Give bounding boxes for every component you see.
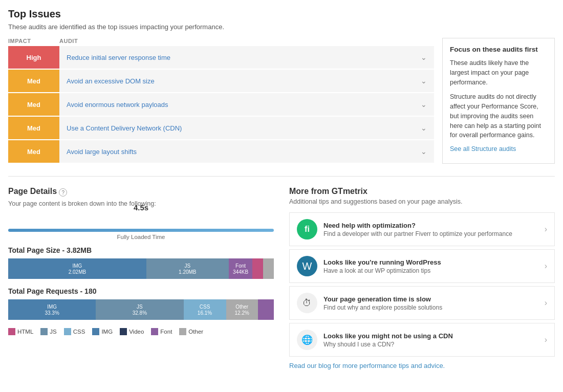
gtmetrix-card-wordpress[interactable]: W Looks like you're running WordPress Ha…	[289, 249, 555, 283]
req-bar-img: IMG 33.3%	[8, 299, 96, 320]
legend-label-css: CSS	[73, 329, 85, 335]
audits-panel: IMPACT AUDIT High Reduce initial server …	[8, 38, 434, 164]
legend-label-other: Other	[188, 329, 203, 335]
chevron-down-icon[interactable]: ⌄	[414, 118, 434, 138]
clock-icon: ⏱	[297, 293, 317, 313]
req-bar-css-value: 16.1%	[198, 310, 212, 316]
legend-item-html: HTML	[8, 328, 33, 335]
size-bar-font-value: 344KB	[233, 269, 248, 275]
blog-link[interactable]: Read our blog for more performance tips …	[289, 362, 555, 369]
req-bar-other-value: 12.2%	[235, 310, 249, 316]
card-desc: Have a look at our WP optimization tips	[323, 267, 539, 274]
audit-label[interactable]: Avoid large layout shifts	[59, 142, 414, 162]
card-desc: Why should I use a CDN?	[323, 341, 539, 348]
card-content: Looks like you're running WordPress Have…	[323, 258, 539, 274]
audit-label[interactable]: Avoid an excessive DOM size	[59, 71, 414, 91]
audit-label[interactable]: Reduce initial server response time	[59, 48, 414, 68]
legend-swatch-video	[120, 328, 127, 335]
legend-swatch-other	[179, 328, 186, 335]
legend-item-video: Video	[120, 328, 144, 335]
more-gtmetrix-panel: More from GTmetrix Additional tips and s…	[289, 187, 555, 369]
card-title: Your page generation time is slow	[323, 295, 539, 303]
legend-label-js: JS	[50, 329, 56, 335]
wordpress-icon: W	[297, 256, 317, 276]
legend-item-other: Other	[179, 328, 203, 335]
req-bar-img-label: IMG	[47, 304, 57, 310]
loaded-time-bar: 4.5s	[8, 214, 274, 234]
legend-swatch-font	[151, 328, 158, 335]
focus-panel: Focus on these audits first These audits…	[442, 38, 555, 164]
top-issues-section: IMPACT AUDIT High Reduce initial server …	[8, 38, 555, 164]
card-title: Looks like you're running WordPress	[323, 258, 539, 266]
total-size-title: Total Page Size - 3.82MB	[8, 246, 274, 254]
chevron-down-icon[interactable]: ⌄	[414, 94, 434, 115]
page-details-title: Page Details	[8, 187, 57, 196]
card-content: Looks like you might not be using a CDN …	[323, 332, 539, 348]
audit-row: Med Avoid an excessive DOM size ⌄	[8, 70, 434, 92]
gtmetrix-card-cdn[interactable]: 🌐 Looks like you might not be using a CD…	[289, 323, 555, 357]
legend-label-html: HTML	[17, 329, 33, 335]
size-bar-other	[263, 258, 274, 279]
focus-panel-body2: Structure audits do not directly affect …	[450, 92, 547, 140]
legend-item-font: Font	[151, 328, 172, 335]
legend-swatch-img	[92, 328, 99, 335]
audit-column-header: AUDIT	[59, 38, 78, 44]
gtmetrix-card-page-gen[interactable]: ⏱ Your page generation time is slow Find…	[289, 286, 555, 320]
chevron-right-icon: ›	[539, 225, 547, 234]
globe-icon: 🌐	[297, 330, 317, 350]
legend-label-font: Font	[160, 329, 172, 335]
size-bar-img-label: IMG	[72, 263, 82, 269]
audit-row: Med Avoid enormous network payloads ⌄	[8, 93, 434, 116]
chevron-right-icon: ›	[539, 335, 547, 344]
legend-swatch-css	[64, 328, 71, 335]
size-bar-html	[252, 258, 263, 279]
req-bar-css: CSS 16.1%	[184, 299, 226, 320]
chevron-down-icon[interactable]: ⌄	[414, 47, 434, 68]
legend-swatch-html	[8, 328, 15, 335]
impact-badge-med: Med	[8, 140, 59, 163]
legend-swatch-js	[40, 328, 48, 335]
fiverr-icon: fi	[297, 219, 317, 239]
legend-item-css: CSS	[64, 328, 85, 335]
legend-item-js: JS	[40, 328, 56, 335]
req-bar-other-label: Other	[235, 304, 248, 310]
requests-bar-chart: IMG 33.3% JS 32.8% CSS 16.1% Other 12.2%	[8, 299, 274, 320]
gtmetrix-card-fiverr[interactable]: fi Need help with optimization? Find a d…	[289, 212, 555, 246]
size-bar-img: IMG 2.02MB	[8, 258, 146, 279]
card-title: Need help with optimization?	[323, 222, 539, 229]
size-bar-js-label: JS	[184, 263, 190, 269]
chevron-down-icon[interactable]: ⌄	[414, 141, 434, 162]
card-desc: Find a developer with our partner Fiverr…	[323, 230, 539, 237]
impact-badge-med: Med	[8, 93, 59, 116]
help-icon[interactable]: ?	[59, 188, 67, 197]
audit-label[interactable]: Use a Content Delivery Network (CDN)	[59, 118, 414, 138]
table-header: IMPACT AUDIT	[8, 38, 434, 46]
audit-row: Med Use a Content Delivery Network (CDN)…	[8, 117, 434, 139]
page-title: Top Issues	[8, 8, 555, 20]
chevron-down-icon[interactable]: ⌄	[414, 71, 434, 91]
focus-panel-body1: These audits likely have the largest imp…	[450, 58, 547, 87]
loaded-time-value: 4.5s	[134, 203, 148, 212]
impact-badge-high: High	[8, 46, 59, 69]
more-gtmetrix-title: More from GTmetrix	[289, 187, 555, 196]
legend-label-img: IMG	[101, 329, 113, 335]
legend: HTML JS CSS IMG Video Font	[8, 328, 274, 335]
time-bar-track	[8, 229, 274, 232]
req-bar-css-label: CSS	[200, 304, 210, 310]
card-title: Looks like you might not be using a CDN	[323, 332, 539, 340]
see-all-structure-audits-link[interactable]: See all Structure audits	[450, 145, 516, 153]
audit-row: Med Avoid large layout shifts ⌄	[8, 140, 434, 163]
chevron-right-icon: ›	[539, 298, 547, 308]
audit-label[interactable]: Avoid enormous network payloads	[59, 95, 414, 115]
req-bar-js-label: JS	[137, 304, 143, 310]
req-bar-js: JS 32.8%	[96, 299, 183, 320]
bottom-section: Page Details ? Your page content is brok…	[8, 187, 555, 369]
focus-panel-title: Focus on these audits first	[450, 46, 547, 53]
req-bar-font	[258, 299, 274, 320]
legend-item-img: IMG	[92, 328, 113, 335]
section-divider	[8, 176, 555, 177]
card-content: Need help with optimization? Find a deve…	[323, 222, 539, 237]
loaded-time-label: Fully Loaded Time	[8, 234, 274, 240]
size-bar-chart: IMG 2.02MB JS 1.20MB Font 344KB	[8, 258, 274, 279]
legend-label-video: Video	[129, 329, 144, 335]
